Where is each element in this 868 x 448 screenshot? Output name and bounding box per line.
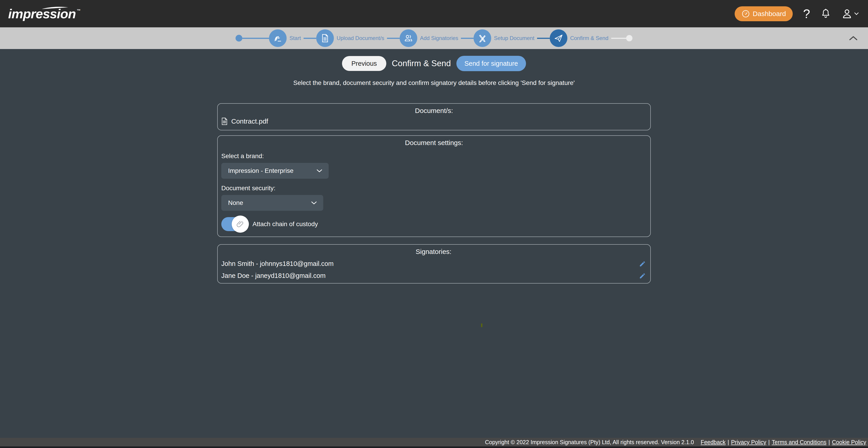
document-icon [321,33,329,43]
paperclip-icon [236,220,245,228]
file-icon [221,117,228,125]
footer-link-privacy-policy[interactable]: Privacy Policy [731,439,766,446]
security-select[interactable]: None [221,195,323,211]
gauge-icon [741,9,750,18]
main-content: Previous Confirm & Send Send for signatu… [0,49,868,438]
stepper-line-active [537,38,550,39]
dashboard-button[interactable]: Dashboard [735,6,793,21]
signature-icon [273,33,283,43]
pencil-icon [639,260,646,267]
stepper-line [304,38,316,39]
stray-cursor-artifact [481,323,483,327]
signatories-panel-title: Signatories: [221,245,646,256]
documents-panel: Document/s: Contract.pdf [217,103,651,130]
step-add-signatories[interactable] [400,29,417,47]
help-icon: ? [803,7,810,20]
help-button[interactable]: ? [803,7,810,20]
chain-of-custody-row: Attach chain of custody [221,217,647,231]
footer-link-terms-and-conditions[interactable]: Terms and Conditions [772,439,827,446]
top-bar-actions: Dashboard ? [735,6,859,21]
footer-separator: | [829,439,830,446]
previous-button[interactable]: Previous [342,56,386,71]
documents-panel-title: Document/s: [218,104,650,115]
people-icon [404,33,413,43]
step-setup-document[interactable] [473,29,491,47]
security-label: Document security: [221,185,647,192]
signatories-panel: Signatories: John Smith - johnnys1810@gm… [217,244,651,284]
chain-of-custody-toggle[interactable] [221,217,247,231]
document-settings-panel: Document settings: Select a brand: Impre… [217,135,651,237]
signatory-row: John Smith - johnnys1810@gmail.com [221,260,646,267]
brand-select[interactable]: Impression - Enterprise [221,163,329,179]
dashboard-button-label: Dashboard [753,10,786,18]
file-name: Contract.pdf [231,118,268,125]
instruction-text: Select the brand, document security and … [0,79,868,87]
brand-select-value: Impression - Enterprise [228,167,293,174]
user-menu-button[interactable] [841,8,859,20]
stepper-end-dot [626,35,632,41]
signatory-text: Jane Doe - janeyd1810@gmail.com [221,272,326,280]
chevron-down-icon [854,12,859,15]
file-item: Contract.pdf [218,115,650,125]
send-for-signature-button[interactable]: Send for signature [456,56,526,71]
step-label-add-signatories: Add Signatories [420,35,458,41]
person-icon [841,8,852,20]
security-select-value: None [228,199,243,206]
edit-signatory-button[interactable] [639,273,646,279]
brand-label: Select a brand: [221,153,647,160]
toggle-knob [232,216,249,233]
footer: Copyright © 2022 Impression Signatures (… [0,438,868,446]
stepper-line [242,38,269,39]
stepper-line [387,38,400,39]
footer-separator: | [768,439,770,446]
signatory-row: Jane Doe - janeyd1810@gmail.com [221,272,646,280]
step-label-confirm-send: Confirm & Send [570,35,608,41]
footer-link-feedback[interactable]: Feedback [701,439,725,446]
top-bar: impression™ Dashboard ? [0,0,868,27]
step-upload-documents[interactable] [316,29,334,47]
chevron-up-icon [849,36,858,41]
wizard-stepper: Start Upload Document/s Add Signatories [0,27,868,49]
step-label-start: Start [289,35,301,41]
bell-icon [820,8,831,20]
stepper-line [461,38,473,39]
pen-tools-icon [477,33,487,43]
settings-panel-title: Document settings: [221,136,647,147]
copyright-text: Copyright © 2022 Impression Signatures (… [485,439,694,446]
signatory-text: John Smith - johnnys1810@gmail.com [221,260,334,267]
footer-links: Feedback | Privacy Policy | Terms and Co… [701,439,866,446]
notifications-button[interactable] [820,8,831,20]
stepper-line-upcoming [611,38,626,39]
pencil-icon [639,273,646,279]
step-confirm-send[interactable] [550,29,567,47]
footer-link-cookie-policy[interactable]: Cookie Policy [832,439,866,446]
collapse-stepper-button[interactable] [849,36,858,41]
step-label-upload-documents: Upload Document/s [337,35,384,41]
actions-row: Previous Confirm & Send Send for signatu… [0,49,868,71]
stepper-start-dot [236,35,242,41]
window-bottom-edge [0,446,868,448]
chevron-down-icon [311,201,317,205]
page-title: Confirm & Send [392,59,451,68]
chain-of-custody-label: Attach chain of custody [252,221,318,228]
step-start[interactable] [269,29,287,47]
brand-logo: impression™ [8,6,80,21]
chevron-down-icon [316,169,322,172]
paper-plane-icon [554,33,563,43]
edit-signatory-button[interactable] [639,260,646,267]
footer-separator: | [727,439,729,446]
trademark-symbol: ™ [76,8,80,13]
step-label-setup-document: Setup Document [494,35,534,41]
logo-swoosh-icon [41,6,68,9]
